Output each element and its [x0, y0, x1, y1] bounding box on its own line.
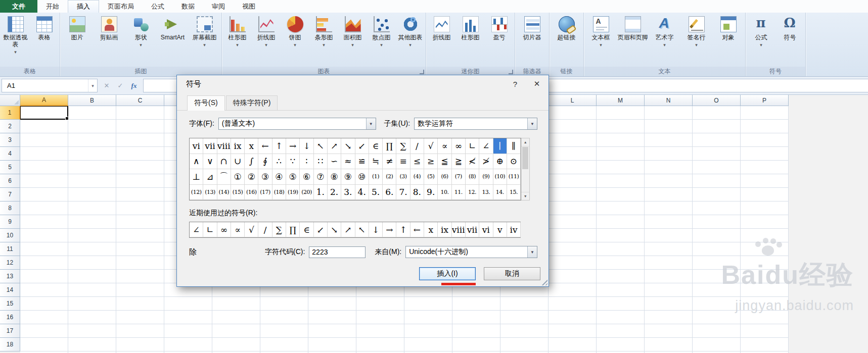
symbol-cell[interactable]: ≯: [479, 154, 493, 170]
symbol-cell[interactable]: ≡: [396, 154, 410, 170]
row-header-13[interactable]: 13: [0, 270, 20, 283]
symbol-cell[interactable]: ⑧: [328, 169, 341, 185]
row-header-14[interactable]: 14: [0, 283, 20, 297]
recent-symbol-cell[interactable]: /: [258, 222, 272, 237]
font-combobox[interactable]: (普通文本): [218, 118, 376, 130]
symbol-cell[interactable]: (17): [258, 185, 272, 200]
symbol-cell[interactable]: 15.: [507, 185, 521, 200]
ribbon-button-0-0[interactable]: 数据透视表: [1, 14, 30, 67]
row-header-18[interactable]: 18: [0, 338, 20, 351]
ribbon-button-2-1[interactable]: 折线图: [252, 14, 281, 67]
ribbon-button-2-3[interactable]: 条形图: [309, 14, 338, 67]
scrollbar-thumb[interactable]: [522, 147, 528, 169]
symbol-cell[interactable]: ⅷ: [217, 138, 231, 154]
name-box-caret-icon[interactable]: [88, 79, 97, 92]
recent-symbol-cell[interactable]: ∠: [190, 222, 203, 237]
symbol-cell[interactable]: ⅵ: [190, 138, 203, 154]
recent-symbol-cell[interactable]: ∑: [272, 222, 286, 237]
chevron-down-icon[interactable]: [366, 118, 376, 129]
symbol-cell[interactable]: (16): [245, 185, 258, 200]
symbol-cell[interactable]: ∩: [217, 154, 231, 170]
recent-symbol-cell[interactable]: ∟: [203, 222, 217, 237]
symbol-cell[interactable]: ∟: [466, 138, 479, 154]
recent-symbol-cell[interactable]: √: [245, 222, 258, 237]
symbol-cell[interactable]: √: [424, 138, 438, 154]
recent-symbol-cell[interactable]: ←: [410, 222, 424, 237]
symbol-cell[interactable]: ⊿: [203, 169, 217, 185]
scroll-down-icon[interactable]: [521, 192, 529, 200]
symbol-cell[interactable]: ∶: [300, 154, 313, 170]
symbol-cell[interactable]: ∴: [272, 154, 286, 170]
symbol-cell[interactable]: ⅹ: [245, 138, 258, 154]
row-header-2[interactable]: 2: [0, 120, 20, 133]
symbol-cell[interactable]: ⅶ: [203, 138, 217, 154]
symbol-cell[interactable]: ⑤: [286, 169, 300, 185]
ribbon-tab-0[interactable]: 文件: [0, 0, 37, 13]
ribbon-tab-5[interactable]: 数据: [173, 0, 203, 13]
symbol-cell[interactable]: ∪: [231, 154, 245, 170]
column-header-B[interactable]: B: [68, 95, 116, 106]
symbol-cell[interactable]: (20): [300, 185, 313, 200]
recent-symbol-cell[interactable]: ↖: [355, 222, 369, 237]
resize-grip-icon[interactable]: [540, 278, 547, 285]
symbol-cell[interactable]: ∈: [369, 138, 383, 154]
symbol-cell[interactable]: (18): [272, 185, 286, 200]
ribbon-tab-7[interactable]: 视图: [234, 0, 264, 13]
row-header-5[interactable]: 5: [0, 161, 20, 174]
symbol-cell[interactable]: ⊙: [507, 154, 521, 170]
recent-symbol-cell[interactable]: ⅴ: [493, 222, 507, 237]
ribbon-button-6-2[interactable]: 艺术字: [649, 14, 680, 67]
ribbon-button-2-2[interactable]: 饼图: [281, 14, 309, 67]
row-header-8[interactable]: 8: [0, 201, 20, 215]
symbol-cell[interactable]: ①: [231, 169, 245, 185]
symbol-cell[interactable]: 6.: [383, 185, 396, 200]
recent-symbol-cell[interactable]: ⅹ: [424, 222, 438, 237]
ribbon-tab-4[interactable]: 公式: [143, 0, 173, 13]
symbol-cell[interactable]: 14.: [493, 185, 507, 200]
symbol-cell[interactable]: ∵: [286, 154, 300, 170]
symbol-cell[interactable]: (12): [190, 185, 203, 200]
recent-symbol-cell[interactable]: ∈: [300, 222, 313, 237]
ribbon-tab-6[interactable]: 审阅: [203, 0, 234, 13]
symbol-cell[interactable]: ≤: [410, 154, 424, 170]
chevron-down-icon[interactable]: [527, 246, 537, 258]
ribbon-button-1-2[interactable]: 形状: [125, 14, 157, 67]
symbol-cell[interactable]: ≧: [452, 154, 466, 170]
ribbon-button-3-1[interactable]: 柱形图: [456, 14, 485, 67]
cancel-button[interactable]: 取消: [484, 267, 540, 280]
symbol-cell[interactable]: ⅸ: [231, 138, 245, 154]
symbol-cell[interactable]: ≈: [341, 154, 355, 170]
symbol-cell[interactable]: 11.: [452, 185, 466, 200]
symbol-cell[interactable]: ∨: [203, 154, 217, 170]
dialog-launcher-icon[interactable]: [509, 70, 513, 74]
recent-symbol-cell[interactable]: ⅸ: [438, 222, 451, 237]
ribbon-tab-3[interactable]: 页面布局: [99, 0, 143, 13]
column-header-L[interactable]: L: [549, 95, 597, 106]
ribbon-button-2-4[interactable]: 面积图: [338, 14, 367, 67]
symbol-cell[interactable]: ∧: [190, 154, 203, 170]
symbol-cell[interactable]: (14): [217, 185, 231, 200]
symbol-cell[interactable]: ③: [258, 169, 272, 185]
symbol-cell[interactable]: ⑥: [300, 169, 313, 185]
ribbon-button-1-4[interactable]: 屏幕截图: [189, 14, 220, 67]
recent-symbol-cell[interactable]: ↙: [314, 222, 328, 237]
cancel-entry-icon[interactable]: ✕: [101, 80, 113, 92]
row-header-11[interactable]: 11: [0, 242, 20, 256]
symbol-cell[interactable]: (15): [231, 185, 245, 200]
ribbon-button-2-0[interactable]: 柱形图: [223, 14, 252, 67]
ribbon-button-6-0[interactable]: 文本框: [585, 14, 617, 67]
recent-symbol-cell[interactable]: ∏: [286, 222, 300, 237]
symbol-cell[interactable]: (5): [424, 169, 438, 185]
column-header-M[interactable]: M: [597, 95, 645, 106]
symbol-cell[interactable]: ∫: [245, 154, 258, 170]
symbol-grid-scrollbar[interactable]: [521, 138, 530, 200]
symbol-cell[interactable]: ↙: [355, 138, 369, 154]
row-header-3[interactable]: 3: [0, 133, 20, 147]
recent-symbol-cell[interactable]: ↘: [328, 222, 341, 237]
symbol-cell[interactable]: ∣: [493, 138, 507, 154]
symbol-cell[interactable]: (6): [438, 169, 451, 185]
ribbon-button-3-2[interactable]: 盈亏: [485, 14, 514, 67]
ribbon-button-4-0[interactable]: 切片器: [516, 14, 548, 67]
symbol-cell[interactable]: ⊥: [190, 169, 203, 185]
row-header-1[interactable]: 1: [0, 106, 20, 120]
